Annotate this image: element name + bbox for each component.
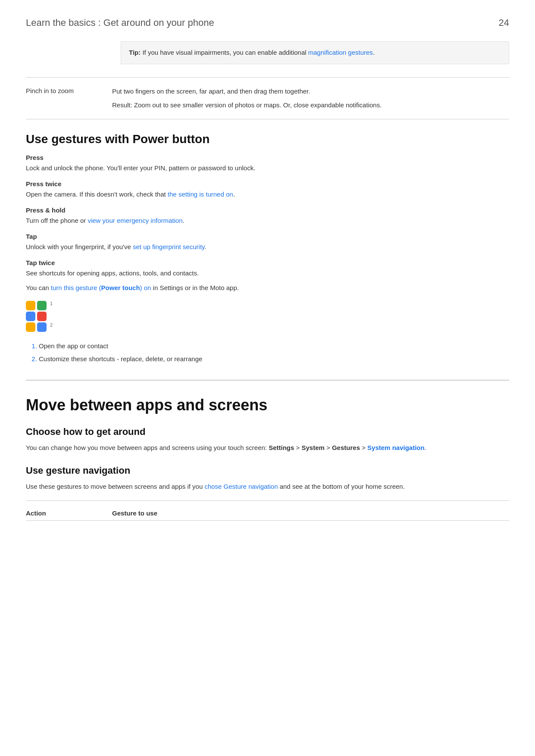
chose-gesture-link[interactable]: chose Gesture navigation [204, 483, 278, 490]
tap-after: . [204, 243, 206, 250]
system-bold: System [301, 444, 324, 451]
app-icon-1 [26, 301, 35, 310]
tap-twice-subsection: Tap twice See shortcuts for opening apps… [26, 259, 509, 364]
gesture-nav-after: and see at the bottom of your home scree… [278, 483, 405, 490]
tap-text: Unlock with your fingerprint, if you've … [26, 242, 509, 252]
press-hold-subsection: Press & hold Turn off the phone or view … [26, 206, 509, 226]
pinch-zoom-description: Put two fingers on the screen, far apart… [112, 86, 509, 110]
press-hold-text: Turn off the phone or view your emergenc… [26, 216, 509, 226]
power-touch-bold: Power touch [101, 284, 140, 291]
press-twice-subsection: Press twice Open the camera. If this doe… [26, 180, 509, 200]
system-navigation-link[interactable]: System navigation [367, 444, 425, 451]
pinch-zoom-desc2: Result: Zoom out to see smaller version … [112, 100, 509, 110]
divider-2 [26, 119, 509, 119]
press-twice-before: Open the camera. If this doesn't work, c… [26, 191, 168, 198]
choose-heading: Choose how to get around [26, 426, 509, 437]
fingerprint-link[interactable]: set up fingerprint security [133, 243, 204, 250]
tap-subsection: Tap Unlock with your fingerprint, if you… [26, 233, 509, 252]
choose-end: . [425, 444, 426, 451]
gesture-nav-heading: Use gesture navigation [26, 465, 509, 476]
tap-twice-label: Tap twice [26, 259, 509, 266]
choose-text: You can change how you move between apps… [26, 443, 509, 453]
press-label: Press [26, 154, 509, 161]
pinch-zoom-label: Pinch in to zoom [26, 86, 112, 94]
gesture-nav-text: Use these gestures to move between scree… [26, 481, 509, 492]
press-text: Lock and unlock the phone. You'll enter … [26, 163, 509, 173]
tap-twice-desc2: You can turn this gesture (Power touch) … [26, 283, 509, 293]
page-title: Learn the basics : Get around on your ph… [26, 17, 214, 28]
arrow2: > [325, 444, 332, 451]
move-heading: Move between apps and screens [26, 396, 509, 414]
press-twice-after: . [233, 191, 235, 198]
turn-gesture-link[interactable]: turn this gesture (Power touch) on [51, 284, 151, 291]
callout-label-2: 2 [50, 322, 53, 332]
tap-twice-list: Open the app or contact Customize these … [39, 341, 509, 364]
app-icon-5 [26, 322, 35, 332]
magnification-gestures-link[interactable]: magnification gestures [308, 49, 373, 56]
setting-turned-on-link[interactable]: the setting is turned on [168, 191, 233, 198]
tap-twice-desc1: See shortcuts for opening apps, actions,… [26, 268, 509, 278]
tip-label: Tip: [129, 49, 141, 56]
emergency-info-link[interactable]: view your emergency information [88, 217, 182, 224]
pinch-zoom-row: Pinch in to zoom Put two fingers on the … [26, 86, 509, 110]
arrow1: > [294, 444, 301, 451]
press-twice-text: Open the camera. If this doesn't work, c… [26, 189, 509, 200]
list-item-2: Customize these shortcuts - replace, del… [39, 354, 509, 364]
gesture-table: Action Gesture to use [26, 509, 509, 521]
app-row-1: 1 [26, 301, 53, 310]
app-row-3: 2 [26, 322, 53, 332]
divider-1 [26, 77, 509, 78]
table-header-row: Action Gesture to use [26, 509, 509, 521]
tip-box: Tip: If you have visual impairments, you… [121, 41, 509, 64]
table-col2-header: Gesture to use [112, 509, 157, 517]
press-hold-before: Turn off the phone or [26, 217, 88, 224]
tap-twice-before: You can [26, 284, 51, 291]
divider-table-top [26, 500, 509, 501]
gesture-nav-before: Use these gestures to move between scree… [26, 483, 204, 490]
app-icon-6 [37, 322, 47, 332]
settings-bold: Settings [269, 444, 294, 451]
press-hold-label: Press & hold [26, 206, 509, 214]
press-twice-label: Press twice [26, 180, 509, 187]
app-icon-3 [26, 312, 35, 321]
press-hold-after: . [183, 217, 185, 224]
power-button-heading: Use gestures with Power button [26, 132, 509, 146]
table-col1-header: Action [26, 509, 112, 517]
arrow3: > [360, 444, 367, 451]
app-icon-4 [37, 312, 47, 321]
move-section: Move between apps and screens Choose how… [26, 396, 509, 492]
press-subsection: Press Lock and unlock the phone. You'll … [26, 154, 509, 173]
choose-before: You can change how you move between apps… [26, 444, 269, 451]
list-item-1: Open the app or contact [39, 341, 509, 351]
pinch-zoom-desc1: Put two fingers on the screen, far apart… [112, 86, 509, 97]
tap-before: Unlock with your fingerprint, if you've [26, 243, 133, 250]
tip-end: . [373, 49, 375, 56]
big-divider-1 [26, 380, 509, 381]
tap-label: Tap [26, 233, 509, 240]
app-row-2 [26, 312, 53, 321]
app-icon-2 [37, 301, 47, 310]
tap-twice-after: in Settings or in the Moto app. [151, 284, 238, 291]
callout-label-1: 1 [50, 301, 53, 310]
power-button-section: Use gestures with Power button Press Loc… [26, 132, 509, 364]
app-grid: 1 2 [26, 301, 53, 332]
page-header: Learn the basics : Get around on your ph… [26, 17, 509, 28]
gestures-bold: Gestures [332, 444, 360, 451]
page-number: 24 [499, 17, 509, 28]
tip-text: If you have visual impairments, you can … [141, 49, 308, 56]
